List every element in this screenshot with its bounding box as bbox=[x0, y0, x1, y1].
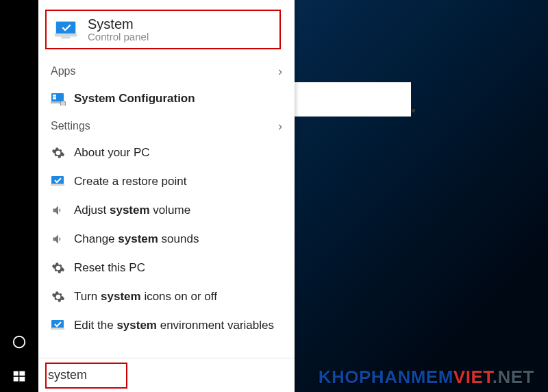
result-change-sounds[interactable]: Change system sounds bbox=[51, 226, 282, 252]
watermark: khophanmemviet.net bbox=[319, 367, 534, 388]
best-match-subtitle: Control panel bbox=[88, 31, 149, 42]
monitor-check-icon bbox=[51, 174, 66, 189]
result-label: Adjust system volume bbox=[74, 204, 190, 217]
result-restore-point[interactable]: Create a restore point bbox=[51, 169, 282, 195]
speaker-icon bbox=[51, 232, 66, 247]
result-system-configuration[interactable]: System Configuration bbox=[51, 86, 282, 112]
svg-rect-4 bbox=[19, 377, 25, 382]
svg-rect-10 bbox=[53, 97, 56, 99]
svg-rect-9 bbox=[53, 95, 56, 97]
svg-point-0 bbox=[14, 336, 25, 348]
desktop: khophanmemviet.net bbox=[0, 0, 548, 392]
windows-icon bbox=[12, 369, 26, 383]
overlay-patch bbox=[295, 82, 411, 117]
svg-rect-14 bbox=[51, 320, 64, 328]
cortana-button[interactable] bbox=[0, 326, 38, 358]
result-label: About your PC bbox=[74, 146, 150, 160]
start-button[interactable] bbox=[0, 360, 38, 392]
result-about-pc[interactable]: About your PC bbox=[51, 140, 282, 166]
gear-icon bbox=[51, 145, 66, 160]
result-label: Change system sounds bbox=[74, 232, 199, 246]
gear-icon bbox=[51, 289, 66, 304]
section-label: Settings bbox=[51, 120, 90, 132]
result-label: System Configuration bbox=[74, 92, 195, 106]
result-adjust-volume[interactable]: Adjust system volume bbox=[51, 197, 282, 223]
section-header-apps[interactable]: Apps › bbox=[51, 60, 282, 82]
result-env-variables[interactable]: Edit the system environment variables bbox=[51, 313, 282, 339]
monitor-check-icon bbox=[51, 318, 66, 333]
svg-rect-1 bbox=[14, 371, 18, 376]
result-system-icons[interactable]: Turn system icons on or off bbox=[51, 284, 282, 310]
svg-rect-3 bbox=[14, 377, 18, 382]
svg-rect-7 bbox=[61, 36, 70, 38]
result-label: Turn system icons on or off bbox=[74, 290, 217, 304]
gear-icon bbox=[51, 260, 66, 275]
svg-rect-6 bbox=[55, 34, 77, 37]
result-label: Reset this PC bbox=[74, 261, 145, 275]
speaker-icon bbox=[51, 203, 66, 218]
result-reset-pc[interactable]: Reset this PC bbox=[51, 255, 282, 281]
result-label: Create a restore point bbox=[74, 175, 186, 188]
result-label: Edit the system environment variables bbox=[74, 319, 274, 332]
svg-rect-13 bbox=[51, 184, 64, 186]
svg-rect-5 bbox=[56, 22, 76, 35]
svg-rect-15 bbox=[51, 328, 64, 330]
search-flyout: System Control panel Apps › System Confi… bbox=[38, 0, 295, 392]
best-match-result[interactable]: System Control panel bbox=[45, 10, 281, 49]
cortana-icon bbox=[12, 334, 27, 350]
svg-rect-2 bbox=[19, 371, 25, 376]
best-match-title: System bbox=[88, 16, 149, 32]
search-input[interactable] bbox=[48, 368, 285, 382]
section-header-settings[interactable]: Settings › bbox=[51, 115, 282, 137]
search-box bbox=[38, 358, 295, 392]
msconfig-icon bbox=[51, 91, 66, 106]
section-label: Apps bbox=[51, 65, 75, 77]
chevron-right-icon: › bbox=[278, 119, 282, 134]
chevron-right-icon: › bbox=[278, 64, 282, 79]
taskbar bbox=[0, 0, 38, 392]
system-icon bbox=[52, 15, 81, 44]
svg-rect-12 bbox=[51, 176, 64, 184]
